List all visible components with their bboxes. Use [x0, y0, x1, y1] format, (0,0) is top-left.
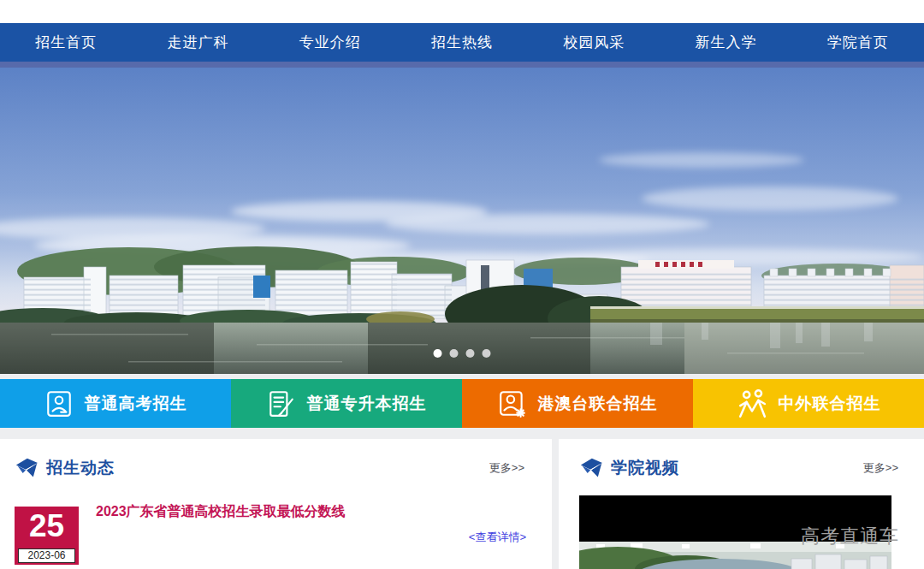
news-section-title: 招生动态	[46, 457, 115, 479]
news-item-title[interactable]: 2023广东省普通高校招生录取最低分数线	[96, 503, 346, 520]
banner-zhuanshengben-admissions[interactable]: 普通专升本招生	[231, 379, 462, 428]
document-pencil-icon	[267, 389, 296, 418]
carousel-dot-2[interactable]	[450, 349, 459, 358]
campus-panorama-image	[0, 62, 924, 374]
banner-hk-macau-taiwan-admissions[interactable]: 港澳台联合招生	[462, 379, 693, 428]
nav-item-hotline[interactable]: 招生热线	[396, 23, 528, 62]
banner-label: 普通高考招生	[85, 393, 187, 415]
main-nav: 招生首页 走进广科 专业介绍 招生热线 校园风采 新生入学 学院首页	[0, 23, 924, 62]
news-date-month: 2023-06	[18, 548, 75, 563]
carousel-dot-1[interactable]	[434, 349, 442, 358]
banner-label: 普通专升本招生	[307, 393, 427, 415]
news-list-item: 25 2023-06 2023广东省普通高校招生录取最低分数线 <查看详情>	[0, 501, 552, 565]
video-section-title: 学院视频	[611, 457, 679, 479]
people-group-icon	[737, 389, 767, 418]
person-star-icon	[498, 389, 527, 418]
video-more-link[interactable]: 更多>>	[863, 460, 898, 476]
graduation-cap-icon	[15, 457, 38, 479]
video-thumbnail[interactable]: 高考直通车	[579, 495, 891, 569]
news-detail-link[interactable]: <查看详情>	[469, 530, 526, 545]
news-section-header: 招生动态 更多>>	[0, 439, 552, 479]
quick-link-banners: 普通高考招生 普通专升本招生 港澳台联合招生 中外联合招生	[0, 379, 924, 428]
news-more-link[interactable]: 更多>>	[489, 460, 524, 476]
college-video-panel: 学院视频 更多>>	[559, 439, 924, 569]
banner-label: 港澳台联合招生	[538, 393, 658, 415]
video-caption-text: 高考直通车	[801, 524, 899, 549]
hero-carousel	[0, 62, 924, 374]
news-date-badge: 25 2023-06	[15, 507, 79, 565]
nav-item-campus-scenery[interactable]: 校园风采	[528, 23, 660, 62]
banner-gaokao-admissions[interactable]: 普通高考招生	[0, 379, 231, 428]
carousel-dots	[434, 349, 491, 358]
nav-item-about-college[interactable]: 走进广科	[132, 23, 264, 62]
carousel-dot-4[interactable]	[483, 349, 491, 358]
video-section-header: 学院视频 更多>>	[559, 439, 924, 479]
admissions-news-panel: 招生动态 更多>> 25 2023-06 2023广东省普通高校招生录取最低分数…	[0, 439, 552, 569]
news-date-day: 25	[15, 507, 79, 546]
nav-item-majors[interactable]: 专业介绍	[264, 23, 396, 62]
id-card-person-icon	[44, 389, 74, 418]
banner-sino-foreign-admissions[interactable]: 中外联合招生	[693, 379, 924, 428]
content-row: 招生动态 更多>> 25 2023-06 2023广东省普通高校招生录取最低分数…	[0, 439, 924, 569]
nav-item-college-home[interactable]: 学院首页	[792, 23, 924, 62]
nav-item-freshman[interactable]: 新生入学	[660, 23, 791, 62]
graduation-cap-icon	[579, 457, 603, 479]
top-white-strip	[0, 0, 924, 23]
banner-label: 中外联合招生	[779, 393, 881, 415]
nav-item-admissions-home[interactable]: 招生首页	[0, 23, 132, 62]
carousel-dot-3[interactable]	[466, 349, 475, 358]
